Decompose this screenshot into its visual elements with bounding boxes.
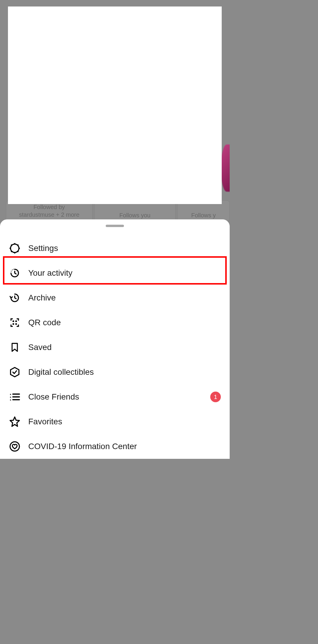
follows-you-text: Follows y [191, 203, 216, 219]
activity-icon [9, 267, 21, 279]
menu-item-close-friends[interactable]: Close Friends 1 [0, 385, 230, 409]
menu-item-saved[interactable]: Saved [0, 335, 230, 360]
blank-overlay [8, 6, 222, 204]
followed-by-text: Followed by stardustmuse + 2 more [19, 203, 79, 218]
star-icon [9, 416, 21, 428]
hexagon-check-icon [9, 366, 21, 378]
svg-point-4 [12, 320, 14, 322]
menu-label: Saved [28, 343, 52, 352]
star-list-icon [9, 391, 21, 403]
svg-point-2 [12, 270, 13, 270]
menu-label: Settings [28, 244, 58, 253]
bookmark-icon [9, 341, 21, 353]
follows-you-text: Follows you [119, 203, 150, 219]
notification-badge: 1 [210, 392, 221, 402]
menu-label: COVID-19 Information Center [28, 442, 137, 451]
gear-icon [9, 242, 21, 254]
menu-item-qr-code[interactable]: QR code [0, 310, 230, 335]
menu-label: Digital collectibles [28, 367, 94, 377]
menu-label: Archive [28, 293, 56, 303]
menu-item-favorites[interactable]: Favorites [0, 409, 230, 434]
svg-point-6 [12, 323, 14, 325]
menu-label: QR code [28, 318, 61, 327]
archive-icon [9, 292, 21, 304]
svg-point-11 [10, 442, 19, 451]
drag-handle[interactable] [106, 225, 124, 227]
qr-icon [9, 317, 21, 328]
heart-circle-icon [9, 441, 21, 452]
svg-point-7 [15, 323, 17, 325]
menu-item-settings[interactable]: Settings [0, 236, 230, 261]
menu-label: Close Friends [28, 392, 79, 402]
menu-item-your-activity[interactable]: Your activity [0, 261, 230, 285]
menu-item-covid-info[interactable]: COVID-19 Information Center [0, 434, 230, 459]
svg-point-0 [11, 244, 19, 253]
bottom-sheet: Settings Your activity Archive [0, 219, 230, 459]
menu-label: Favorites [28, 417, 62, 426]
svg-point-5 [15, 320, 17, 322]
menu-item-archive[interactable]: Archive [0, 285, 230, 310]
menu-item-digital-collectibles[interactable]: Digital collectibles [0, 360, 230, 385]
menu-label: Your activity [28, 268, 72, 278]
svg-point-1 [11, 271, 12, 272]
svg-point-3 [14, 269, 14, 270]
background-decoration [221, 144, 230, 192]
